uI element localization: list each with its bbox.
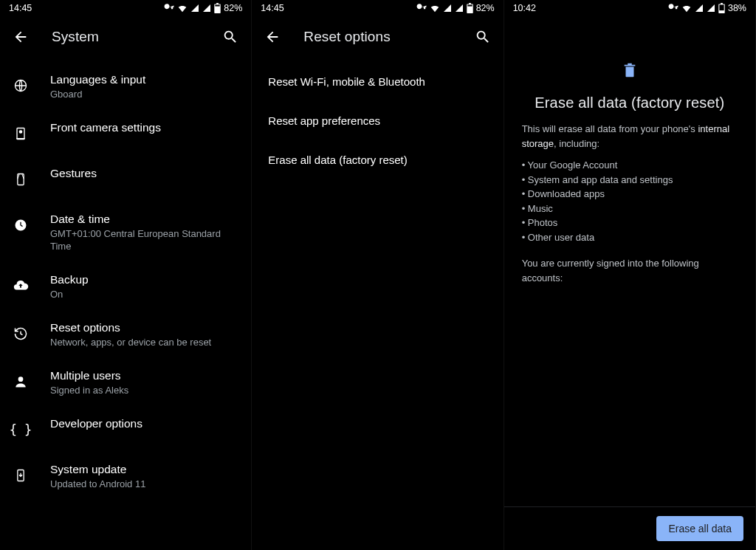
erase-bullet: Your Google Account <box>522 158 738 173</box>
row-title: Front camera settings <box>50 120 239 135</box>
row-title: Developer options <box>50 416 239 431</box>
key-icon <box>416 3 427 13</box>
svg-rect-9 <box>719 4 724 10</box>
erase-bullet: Photos <box>522 216 738 230</box>
page-title: Reset options <box>303 29 451 45</box>
status-bar: 10:42 38% <box>504 0 755 16</box>
search-icon <box>475 29 491 45</box>
wifi-icon <box>177 3 188 13</box>
signal-icon <box>443 4 452 13</box>
settings-row-backup[interactable]: BackupOn <box>0 262 251 310</box>
app-bar: System <box>0 16 251 58</box>
row-subtitle: GMT+01:00 Central European Standard Time <box>50 228 239 253</box>
search-icon <box>222 29 238 45</box>
svg-point-6 <box>18 377 24 382</box>
app-bar: Reset options <box>252 16 503 58</box>
status-right: 38% <box>668 3 746 13</box>
signal-icon <box>455 4 464 13</box>
screen-erase-all-data: 10:42 38% Erase all data (factory reset)… <box>504 0 756 550</box>
row-title: Date & time <box>50 212 239 227</box>
status-battery: 38% <box>728 3 746 13</box>
row-title: Languages & input <box>50 72 239 87</box>
svg-point-3 <box>19 131 21 133</box>
svg-rect-2 <box>17 128 24 140</box>
status-time: 10:42 <box>513 3 536 13</box>
row-subtitle: Gboard <box>50 89 239 101</box>
search-button[interactable] <box>217 24 244 50</box>
row-title: Reset options <box>50 320 239 335</box>
signal-icon <box>695 4 704 13</box>
status-right: 82% <box>416 3 495 13</box>
erase-bullet: Other user data <box>522 230 738 245</box>
cloud-up-icon <box>7 272 34 299</box>
settings-row-gestures[interactable]: Gestures <box>0 156 251 202</box>
battery-icon <box>467 3 473 13</box>
status-battery: 82% <box>224 3 242 13</box>
trash-icon <box>622 62 638 81</box>
row-subtitle: Network, apps, or device can be reset <box>50 337 239 349</box>
erase-body: This will erase all data from your phone… <box>522 122 738 285</box>
erase-bullet: System and app data and settings <box>522 173 738 188</box>
status-bar: 14:45 82% <box>0 0 251 16</box>
update-icon <box>7 462 34 489</box>
back-button[interactable] <box>7 24 34 50</box>
key-icon <box>668 3 678 13</box>
battery-icon <box>718 3 725 13</box>
row-title: System update <box>50 462 239 477</box>
status-time: 14:45 <box>261 3 284 13</box>
erase-bullet: Music <box>522 202 738 216</box>
reset-option-reset-wi-fi-mobile-bluetooth[interactable]: Reset Wi-Fi, mobile & Bluetooth <box>252 62 503 101</box>
wifi-icon <box>681 3 692 13</box>
reset-options-list: Reset Wi-Fi, mobile & BluetoothReset app… <box>252 58 503 550</box>
row-title: Backup <box>50 272 239 287</box>
braces-icon: { } <box>7 416 34 443</box>
settings-row-multiple-users[interactable]: Multiple usersSigned in as Aleks <box>0 358 251 406</box>
settings-row-date-time[interactable]: Date & timeGMT+01:00 Central European St… <box>0 202 251 262</box>
erase-title: Erase all data (factory reset) <box>535 94 724 111</box>
clock-icon <box>7 212 34 238</box>
key-icon <box>164 3 174 13</box>
signal-icon <box>190 4 199 13</box>
battery-icon <box>214 3 221 13</box>
back-arrow-icon <box>13 29 29 45</box>
back-button[interactable] <box>259 24 286 50</box>
settings-row-developer-options[interactable]: { }Developer options <box>0 406 251 452</box>
search-button[interactable] <box>470 24 496 50</box>
signal-icon <box>202 4 211 13</box>
page-title: System <box>52 29 199 45</box>
row-title: Multiple users <box>50 368 239 383</box>
erase-all-data-button[interactable]: Erase all data <box>656 516 743 541</box>
settings-row-reset-options[interactable]: Reset optionsNetwork, apps, or device ca… <box>0 310 251 358</box>
erase-content: Erase all data (factory reset) This will… <box>504 16 755 506</box>
wifi-icon <box>430 3 440 13</box>
settings-row-front-camera-settings[interactable]: Front camera settings <box>0 110 251 156</box>
settings-row-system-update[interactable]: System updateUpdated to Android 11 <box>0 452 251 500</box>
screen-reset-options: 14:45 82% Reset options Reset Wi-Fi, mob… <box>252 0 504 550</box>
settings-row-languages-input[interactable]: Languages & inputGboard <box>0 62 251 110</box>
reset-option-erase-all-data-factory-reset[interactable]: Erase all data (factory reset) <box>252 140 503 179</box>
gesture-icon <box>7 166 34 193</box>
erase-bullet-list: Your Google AccountSystem and app data a… <box>522 158 738 244</box>
screen-system: 14:45 82% System Languages & inputGboard… <box>0 0 252 550</box>
status-right: 82% <box>164 3 242 13</box>
status-bar: 14:45 82% <box>252 0 503 16</box>
globe-icon <box>7 72 34 99</box>
status-battery: 82% <box>476 3 495 13</box>
restore-icon <box>7 320 34 347</box>
row-title: Gestures <box>50 166 239 181</box>
row-subtitle: Signed in as Aleks <box>50 385 239 397</box>
svg-rect-0 <box>216 4 220 6</box>
svg-rect-8 <box>467 4 472 6</box>
row-subtitle: On <box>50 289 239 301</box>
signal-icon <box>707 4 715 13</box>
erase-bullet: Downloaded apps <box>522 187 738 202</box>
back-arrow-icon <box>264 29 281 45</box>
bottom-bar: Erase all data <box>504 506 755 550</box>
status-time: 14:45 <box>9 3 32 13</box>
reset-option-reset-app-preferences[interactable]: Reset app preferences <box>252 101 503 140</box>
camera-icon <box>7 120 34 147</box>
row-subtitle: Updated to Android 11 <box>50 478 239 491</box>
settings-list: Languages & inputGboardFront camera sett… <box>0 58 251 550</box>
person-icon <box>7 368 34 395</box>
erase-intro: This will erase all data from your phone… <box>522 122 738 151</box>
